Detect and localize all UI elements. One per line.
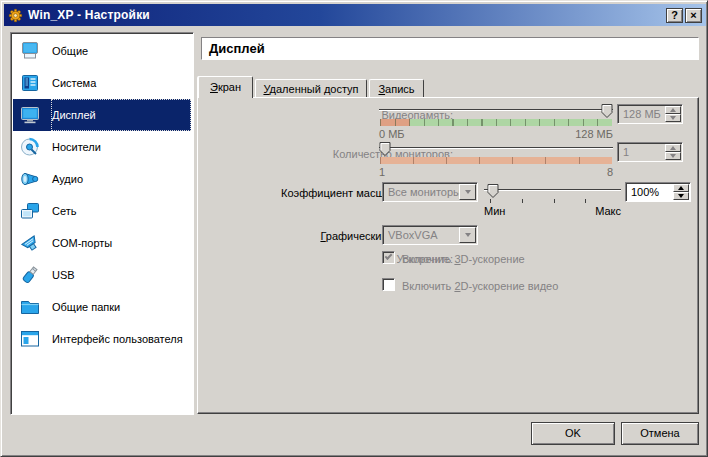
enable-2d-acceleration-checkbox[interactable] [382, 278, 395, 291]
slider-track [484, 189, 621, 190]
tab-recording[interactable]: Запись [369, 79, 424, 98]
settings-category-list: Общие Система [10, 32, 194, 415]
spin-up-button[interactable] [673, 184, 689, 192]
scale-factor-spinbox [625, 182, 691, 202]
window-title: Win_XP - Настройки [28, 8, 150, 22]
slider-ticks [490, 199, 617, 203]
tab-screen[interactable]: Экран [198, 76, 253, 98]
sidebar-item-usb[interactable]: USB [13, 259, 191, 291]
video-memory-max-label: 128 МБ [575, 128, 613, 140]
display-icon [17, 102, 43, 128]
scale-factor-slider: Мин Макс [484, 183, 621, 217]
spin-down-button[interactable] [673, 192, 689, 200]
sidebar-item-storage[interactable]: Носители [13, 131, 191, 163]
cancel-button[interactable]: Отмена [621, 422, 699, 445]
sidebar-item-general[interactable]: Общие [13, 35, 191, 67]
com-port-icon [17, 230, 43, 256]
scale-factor-value[interactable] [626, 183, 673, 201]
sidebar-item-label: COM-порты [52, 237, 112, 249]
usb-icon [17, 262, 43, 288]
slider-track [379, 109, 613, 110]
user-interface-icon [17, 326, 43, 352]
close-button[interactable]: × [685, 8, 702, 23]
storage-icon [17, 134, 43, 160]
sidebar-item-label: Общие [52, 45, 88, 57]
sidebar-item-display[interactable]: Дисплей [13, 99, 191, 131]
enable-3d-acceleration-label: Включить 3D-ускорение [402, 253, 525, 265]
chevron-down-icon [459, 184, 476, 200]
audio-icon [17, 166, 43, 192]
video-memory-value[interactable] [618, 105, 665, 123]
monitor-count-min-label: 1 [379, 166, 385, 178]
sidebar-item-com-ports[interactable]: COM-порты [13, 227, 191, 259]
slider-track [379, 147, 613, 148]
gear-icon [8, 8, 23, 23]
video-memory-spinbox [617, 104, 683, 124]
sidebar-item-label: Интерфейс пользователя [52, 333, 183, 345]
settings-dialog: Win_XP - Настройки ? × Общие [0, 0, 708, 457]
help-button[interactable]: ? [666, 8, 683, 23]
network-icon [17, 198, 43, 224]
sidebar-item-shared-folders[interactable]: Общие папки [13, 291, 191, 323]
general-icon [17, 38, 43, 64]
title-bar: Win_XP - Настройки ? × [4, 4, 706, 26]
folder-icon [17, 294, 43, 320]
sidebar-item-label: Аудио [52, 173, 83, 185]
spin-up-button[interactable] [665, 106, 681, 114]
sidebar-item-label: Дисплей [52, 109, 96, 121]
sidebar-item-label: USB [52, 269, 75, 281]
spin-down-button[interactable] [665, 152, 681, 160]
scale-factor-min-label: Мин [484, 205, 505, 217]
chevron-down-icon [459, 227, 476, 243]
sidebar-item-audio[interactable]: Аудио [13, 163, 191, 195]
spin-down-button[interactable] [665, 114, 681, 122]
monitor-count-gauge [380, 157, 612, 164]
monitor-count-value[interactable] [618, 143, 665, 161]
monitor-count-max-label: 8 [607, 166, 613, 178]
page-title: Дисплей [201, 37, 699, 60]
enable-2d-acceleration-label: Включить 2D-ускорение видео [402, 280, 558, 292]
video-memory-min-label: 0 МБ [379, 128, 405, 140]
system-icon [17, 70, 43, 96]
scale-factor-monitor-select[interactable]: Все мониторы [382, 182, 478, 202]
sidebar-item-label: Общие папки [52, 301, 120, 313]
combo-value: VBoxVGA [383, 229, 459, 241]
checkmark-icon [385, 252, 393, 260]
spin-up-button[interactable] [665, 144, 681, 152]
monitor-count-spinbox [617, 142, 683, 162]
tab-remote-access[interactable]: Удаленный доступ [255, 79, 367, 98]
sidebar-item-network[interactable]: Сеть [13, 195, 191, 227]
video-memory-slider: 0 МБ 128 МБ [379, 104, 613, 144]
ok-button[interactable]: OK [531, 422, 615, 445]
sidebar-item-system[interactable]: Система [13, 67, 191, 99]
enable-3d-acceleration-checkbox[interactable] [382, 251, 395, 264]
video-memory-gauge [380, 119, 612, 126]
combo-value: Все мониторы [383, 186, 459, 198]
sidebar-item-label: Система [52, 77, 96, 89]
sidebar-item-label: Носители [52, 141, 101, 153]
sidebar-item-label: Сеть [52, 205, 76, 217]
sidebar-item-user-interface[interactable]: Интерфейс пользователя [13, 323, 191, 355]
scale-factor-max-label: Макс [595, 205, 621, 217]
graphics-controller-select[interactable]: VBoxVGA [382, 225, 478, 245]
monitor-count-slider: 1 8 [379, 142, 613, 182]
